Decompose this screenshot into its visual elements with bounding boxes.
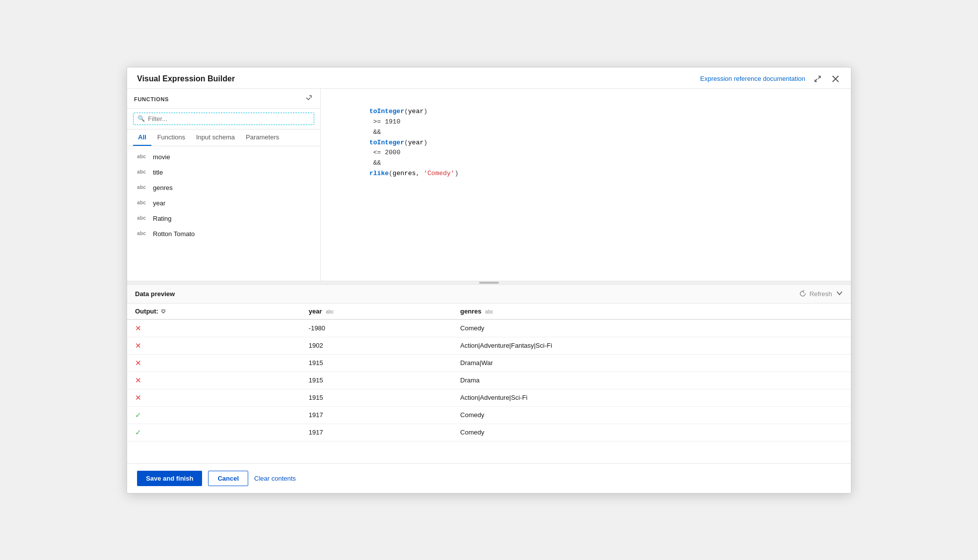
year-cell: 1902 — [301, 337, 452, 354]
title-bar-left: Visual Expression Builder — [137, 74, 235, 83]
cross-icon: ✕ — [135, 376, 141, 384]
schema-item-name: movie — [153, 153, 170, 161]
table-row: ✕ 1915 Drama — [127, 372, 851, 389]
type-badge: abc — [137, 154, 149, 160]
title-bar-right: Expression reference documentation — [700, 74, 841, 83]
save-and-finish-button[interactable]: Save and finish — [137, 471, 202, 486]
output-cell: ✕ — [127, 389, 301, 406]
panel-title: FUNCTIONS — [134, 96, 169, 102]
close-icon — [832, 75, 839, 82]
expression-editor[interactable]: toInteger(year) >= 1910 && toInteger(yea… — [321, 89, 851, 281]
table-row: ✕ 1915 Drama|War — [127, 354, 851, 372]
schema-item-name: Rating — [153, 215, 172, 222]
footer: Save and finish Cancel Clear contents — [127, 463, 851, 493]
genres-cell: Comedy — [452, 424, 851, 441]
left-panel: FUNCTIONS 🔍 All Functions Input schema — [127, 89, 321, 281]
panel-header: FUNCTIONS — [127, 89, 320, 109]
title-bar: Visual Expression Builder Expression ref… — [127, 67, 851, 89]
list-item[interactable]: abc movie — [127, 149, 320, 165]
tab-parameters[interactable]: Parameters — [241, 129, 284, 146]
year-cell: 1917 — [301, 406, 452, 424]
list-item[interactable]: abc title — [127, 165, 320, 180]
list-item[interactable]: abc Rotton Tomato — [127, 226, 320, 242]
type-badge: abc — [137, 216, 149, 221]
close-button[interactable] — [830, 74, 841, 83]
tab-all[interactable]: All — [133, 129, 151, 146]
year-cell: 1915 — [301, 372, 452, 389]
col-year: year abc — [301, 304, 452, 319]
table-row: ✓ 1917 Comedy — [127, 406, 851, 424]
doc-link[interactable]: Expression reference documentation — [700, 75, 805, 82]
tab-functions[interactable]: Functions — [152, 129, 190, 146]
expression-code: toInteger(year) >= 1910 && toInteger(yea… — [331, 97, 841, 189]
year-cell: -1980 — [301, 319, 452, 337]
year-cell: 1915 — [301, 354, 452, 372]
table-body: ✕ -1980 Comedy ✕ 1902 Action|Adventure|F… — [127, 319, 851, 441]
tab-input-schema[interactable]: Input schema — [191, 129, 240, 146]
type-badge: abc — [137, 231, 149, 237]
filter-input[interactable] — [148, 115, 310, 123]
list-item[interactable]: abc genres — [127, 180, 320, 195]
cross-icon: ✕ — [135, 341, 141, 350]
schema-list: abc movie abc title abc genres abc year … — [127, 146, 320, 281]
expand-icon — [814, 75, 821, 82]
col-output: Output: — [127, 304, 301, 319]
table-row: ✕ 1915 Action|Adventure|Sci-Fi — [127, 389, 851, 406]
output-cell: ✓ — [127, 406, 301, 424]
preview-actions: Refresh — [799, 290, 843, 298]
chevron-down-icon — [836, 290, 843, 297]
year-cell: 1915 — [301, 389, 452, 406]
search-icon: 🔍 — [138, 115, 145, 122]
preview-title: Data preview — [135, 290, 175, 298]
filter-container: 🔍 — [127, 109, 320, 129]
data-preview-section: Data preview Refresh — [127, 285, 851, 463]
check-icon: ✓ — [135, 411, 141, 419]
main-content: FUNCTIONS 🔍 All Functions Input schema — [127, 89, 851, 281]
schema-item-name: genres — [153, 184, 173, 191]
divider-pill — [479, 282, 499, 284]
cancel-button[interactable]: Cancel — [208, 471, 248, 486]
type-badge: abc — [137, 200, 149, 206]
type-badge: abc — [137, 185, 149, 190]
year-cell: 1917 — [301, 424, 452, 441]
preview-header: Data preview Refresh — [127, 285, 851, 304]
table-row: ✕ -1980 Comedy — [127, 319, 851, 337]
filter-input-wrap: 🔍 — [133, 113, 314, 125]
expand-dialog-button[interactable] — [812, 74, 823, 83]
schema-item-name: year — [153, 199, 165, 207]
genres-cell: Comedy — [452, 319, 851, 337]
schema-item-name: Rotton Tomato — [153, 230, 195, 238]
clear-contents-link[interactable]: Clear contents — [254, 475, 296, 482]
tabs: All Functions Input schema Parameters — [127, 129, 320, 146]
schema-item-name: title — [153, 169, 163, 176]
genres-cell: Action|Adventure|Fantasy|Sci-Fi — [452, 337, 851, 354]
preview-table: Output: year abc genres abc — [127, 304, 851, 441]
output-cell: ✕ — [127, 319, 301, 337]
table-header-row: Output: year abc genres abc — [127, 304, 851, 319]
refresh-button[interactable]: Refresh — [799, 290, 832, 298]
dialog-title: Visual Expression Builder — [137, 74, 235, 83]
visual-expression-builder-dialog: Visual Expression Builder Expression ref… — [127, 67, 851, 494]
output-cell: ✕ — [127, 354, 301, 372]
genres-cell: Action|Adventure|Sci-Fi — [452, 389, 851, 406]
expand-preview-button[interactable] — [836, 290, 843, 298]
output-cell: ✓ — [127, 424, 301, 441]
type-badge: abc — [137, 170, 149, 175]
preview-table-wrap: Output: year abc genres abc — [127, 304, 851, 463]
check-icon: ✓ — [135, 428, 141, 436]
list-item[interactable]: abc year — [127, 195, 320, 211]
refresh-icon — [799, 290, 806, 297]
output-icon — [160, 309, 166, 315]
genres-cell: Comedy — [452, 406, 851, 424]
output-cell: ✕ — [127, 337, 301, 354]
cross-icon: ✕ — [135, 324, 141, 332]
collapse-panel-button[interactable] — [303, 94, 313, 105]
list-item[interactable]: abc Rating — [127, 211, 320, 226]
table-row: ✓ 1917 Comedy — [127, 424, 851, 441]
refresh-label: Refresh — [809, 290, 832, 298]
cross-icon: ✕ — [135, 359, 141, 367]
divider-handle[interactable] — [127, 281, 851, 285]
genres-cell: Drama|War — [452, 354, 851, 372]
right-panel: toInteger(year) >= 1910 && toInteger(yea… — [321, 89, 851, 281]
col-genres: genres abc — [452, 304, 851, 319]
